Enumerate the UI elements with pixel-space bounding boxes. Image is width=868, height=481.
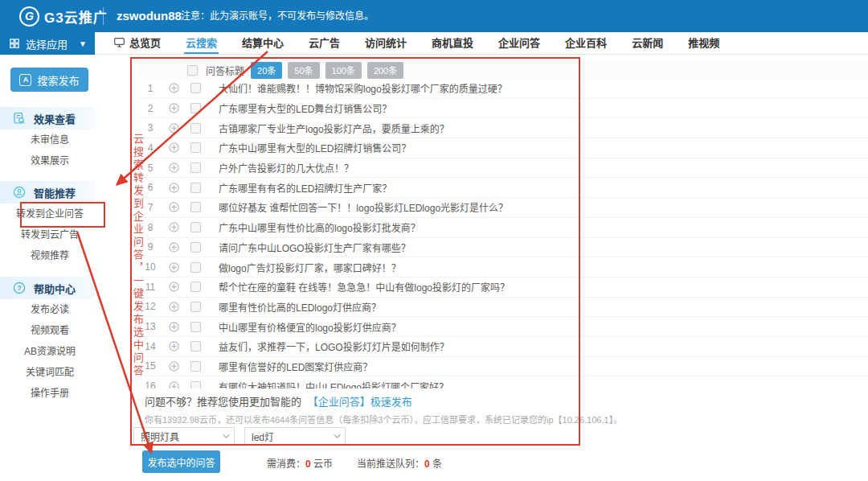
keyword-select[interactable]: led灯 [244, 427, 346, 445]
row-checkbox[interactable] [190, 242, 201, 253]
table-row: 10 做logo广告灯投影灯厂家，哪家口碑好！？ [138, 257, 868, 278]
nav-tab[interactable]: 云搜索 [184, 32, 219, 54]
row-checkbox[interactable] [190, 282, 201, 292]
enterprise-qa-quick-publish-link[interactable]: 【企业问答】极速发布 [308, 396, 412, 408]
count-filter-badge[interactable]: 100条 [326, 62, 362, 79]
add-icon[interactable] [162, 282, 185, 292]
add-icon[interactable] [162, 183, 185, 193]
nav-tab[interactable]: 总览页 [113, 32, 162, 54]
question-title[interactable]: 哪位好基友 谁帮忙回答一下！！logo投影灯LEDlogo光影灯是什么？ [206, 200, 868, 214]
nav-tab[interactable]: 云广告 [307, 32, 342, 54]
select-all-checkbox[interactable] [187, 65, 198, 76]
add-icon[interactable] [162, 83, 185, 93]
main-nav: 总览页 云搜索 结算中心 云广告 访问统计 商机直投 企业问答 企业百科 云新闻 [95, 32, 868, 55]
add-icon[interactable] [162, 123, 185, 134]
add-icon[interactable] [162, 361, 185, 372]
sidebar-item[interactable]: 转发到云广告 [0, 224, 95, 245]
question-title[interactable]: 哪里有信誉好的LED图案灯供应商？ [206, 360, 868, 373]
sidebar-item[interactable]: 视频推荐 [0, 245, 95, 266]
question-title[interactable]: 户外广告投影灯的几大优点！？ [206, 161, 868, 175]
search-publish-button[interactable]: A 搜索发布 [10, 68, 88, 92]
add-icon[interactable] [162, 381, 185, 388]
section-help-center[interactable]: ? 帮助中心 [0, 277, 95, 299]
count-filter-badge[interactable]: 50条 [288, 62, 319, 79]
add-icon[interactable] [162, 222, 185, 232]
username: zswodun88 [117, 0, 182, 32]
nav-tab[interactable]: 结算中心 [240, 32, 285, 54]
app-switcher[interactable]: 选择应用 ▼ [0, 32, 95, 55]
table-row: 9 请问广东中山LOGO投影灯生产厂家有哪些？ [138, 238, 868, 258]
category-select[interactable]: 照明灯具 [133, 427, 235, 445]
question-title[interactable]: 帮个忙在座的童鞋 在线等！急急急！中山有做logo投影灯的厂家吗？ [206, 280, 868, 294]
table-row: 14 益友们，求推荐一下，LOGO投影灯灯片是如何制作？ [138, 337, 868, 357]
row-checkbox[interactable] [190, 341, 201, 352]
table-row: 16 有哪位大神知道吗！中山LEDlogo投影灯哪个厂家好？ [138, 376, 868, 388]
row-checkbox[interactable] [190, 202, 201, 212]
question-title[interactable]: 有哪位大神知道吗！中山LEDlogo投影灯哪个厂家好？ [206, 380, 868, 388]
row-checkbox[interactable] [190, 381, 201, 388]
row-checkbox[interactable] [190, 142, 201, 153]
add-icon[interactable] [162, 262, 185, 273]
row-checkbox[interactable] [190, 183, 201, 193]
add-icon[interactable] [162, 162, 185, 173]
nav-tab[interactable]: 访问统计 [363, 32, 408, 54]
row-checkbox[interactable] [190, 123, 201, 134]
sidebar-item[interactable]: 关键词匹配 [0, 362, 95, 383]
section-smart-recommend[interactable]: 智能推荐 [0, 181, 95, 204]
nav-tab[interactable]: 商机直投 [430, 32, 475, 54]
add-icon[interactable] [162, 103, 185, 113]
cost-value: 0 [305, 458, 311, 470]
sidebar-item[interactable]: 发布必读 [0, 299, 95, 320]
sidebar-item[interactable]: 视频观看 [0, 320, 95, 341]
sidebar-item[interactable]: 未审信息 [0, 130, 95, 150]
question-title[interactable]: 广东哪里有有名的LED招牌灯生产厂家？ [206, 181, 868, 195]
add-icon[interactable] [162, 142, 185, 153]
question-title[interactable]: 请问广东中山LOGO投影灯生产厂家有哪些？ [206, 240, 868, 254]
nav-tab[interactable]: 推视频 [686, 32, 721, 54]
add-icon[interactable] [162, 302, 185, 312]
question-title[interactable]: 古镇哪家厂专业生产logo投影灯产品，要质量上乘的？ [206, 121, 868, 135]
publish-selected-button[interactable]: 发布选中的问答 [142, 450, 220, 473]
logo-icon: G [19, 6, 39, 27]
row-checkbox[interactable] [190, 83, 201, 93]
question-title[interactable]: 哪里有性价比高的LEDlogo灯供应商？ [206, 300, 868, 314]
row-checkbox[interactable] [190, 103, 201, 113]
question-title[interactable]: 中山哪里有价格便宜的logo投影灯供应商？ [206, 320, 868, 334]
row-checkbox[interactable] [190, 361, 201, 372]
sidebar-item[interactable]: AB资源说明 [0, 341, 95, 362]
question-title[interactable]: 广东哪里有大型的LED舞台灯销售公司？ [206, 101, 868, 115]
row-checkbox[interactable] [190, 262, 201, 273]
nav-tab[interactable]: 云新闻 [630, 32, 665, 54]
qa-table-header: 问答标题 20条50条100条200条 [138, 61, 868, 79]
category-select-value: 照明灯具 [141, 430, 179, 443]
add-icon[interactable] [162, 322, 185, 332]
table-row: 8 广东中山哪里有性价比高的logo投影灯批发商？ [138, 218, 868, 238]
cost-stat: 需消费：0 云币 [267, 456, 333, 470]
add-icon[interactable] [162, 341, 185, 352]
section-effect-view[interactable]: 效果查看 [0, 107, 95, 130]
question-title[interactable]: 广东中山哪里有性价比高的logo投影灯批发商？ [206, 220, 868, 234]
row-checkbox[interactable] [190, 222, 201, 232]
table-row: 1 大仙们！谁能赐教！！博物馆采购logo投影灯哪个厂家的质量过硬？ [138, 79, 868, 99]
row-number: 2 [138, 103, 162, 114]
count-filter-badge[interactable]: 200条 [367, 62, 403, 79]
sidebar-item[interactable]: 转发到企业问答 [0, 204, 95, 224]
nav-tab[interactable]: 企业百科 [563, 32, 608, 54]
sidebar-item[interactable]: 操作手册 [0, 383, 95, 404]
row-checkbox[interactable] [190, 302, 201, 312]
table-row: 6 广东哪里有有名的LED招牌灯生产厂家？ [138, 178, 868, 198]
add-icon[interactable] [162, 242, 185, 253]
row-checkbox[interactable] [190, 322, 201, 332]
add-icon[interactable] [162, 202, 185, 212]
sidebar-item[interactable]: 效果展示 [0, 150, 95, 171]
row-checkbox[interactable] [190, 162, 201, 173]
question-title[interactable]: 益友们，求推荐一下，LOGO投影灯灯片是如何制作？ [206, 339, 868, 353]
nav-tab-label: 推视频 [688, 35, 719, 50]
balance-note: 你有13932.98云币，还可以发布4644条问答信息（每条扣除3个云币），应工… [145, 413, 622, 426]
chevron-down-icon [223, 431, 229, 438]
question-title[interactable]: 广东中山哪里有大型的LED招牌灯销售公司？ [206, 141, 868, 154]
question-title[interactable]: 大仙们！谁能赐教！！博物馆采购logo投影灯哪个厂家的质量过硬？ [206, 81, 868, 95]
count-filter-badge[interactable]: 20条 [251, 62, 282, 79]
nav-tab[interactable]: 企业问答 [497, 32, 542, 54]
question-title[interactable]: 做logo广告灯投影灯厂家，哪家口碑好！？ [206, 261, 868, 274]
